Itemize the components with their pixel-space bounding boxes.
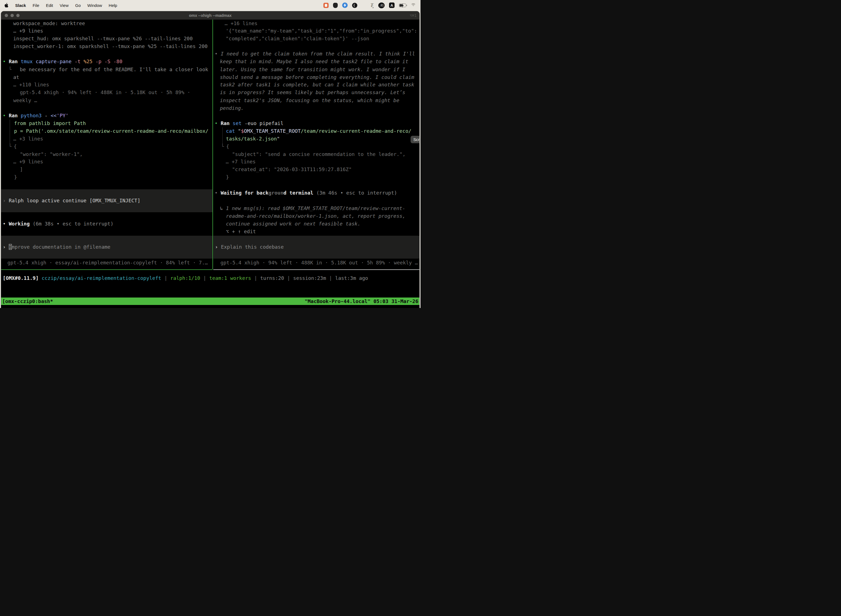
tmux-host-clock: "MacBook-Pro-44.local" 05:03 31-Mar-26 xyxy=(305,298,418,305)
thinking-line: • I need to get the claim token from the… xyxy=(215,50,415,58)
terminal-line: } xyxy=(226,173,229,181)
omx-ralph: ralph:1/10 xyxy=(170,275,200,281)
battery-icon[interactable] xyxy=(399,4,406,7)
thinking-line: pending. xyxy=(220,104,244,112)
screenshot-toast[interactable]: Scre xyxy=(410,136,419,143)
left-pane-bottom-border xyxy=(1,269,212,270)
omx-team: team:1 workers xyxy=(209,275,251,281)
edit-hint: ⌥ + ↑ edit xyxy=(226,228,256,235)
cat-command-line: tasks/task-2.json" xyxy=(226,135,280,143)
zoom-window-button[interactable] xyxy=(16,14,20,17)
terminal-line: gpt-5.4 xhigh · 94% left · 488K in · 5.1… xyxy=(20,89,190,96)
arrow-icon: ↳ xyxy=(220,205,223,211)
omx-turns: turns:20 xyxy=(260,275,284,281)
menu-bar: Slack File Edit View Go Window Help ξ ..… xyxy=(0,0,420,10)
right-model-statusline: gpt-5.4 xhigh · 94% left · 488K in · 5.1… xyxy=(220,259,418,267)
terminal-line: from pathlib import Path xyxy=(14,119,86,127)
window-shortcut-hint: ⌥⌘1 xyxy=(410,13,417,18)
thinking-line: keep that in mind. Maybe I also need the… xyxy=(220,58,408,65)
thinking-line: later. Using the same for transition mig… xyxy=(220,66,405,73)
terminal-line: └{ xyxy=(9,143,17,150)
ran-tmux-command: • Ran tmux capture-pane -t %25 -p -S -80 xyxy=(3,58,123,65)
left-prompt-text[interactable]: › Improve documentation in @filename xyxy=(3,243,110,251)
chevron-icon: › xyxy=(3,198,6,203)
right-prompt-text[interactable]: › Explain this codebase xyxy=(215,243,284,251)
count-badge-icon[interactable]: ..61 xyxy=(378,3,385,8)
menu-item-help[interactable]: Help xyxy=(109,3,117,8)
terminal-line: '{"team_name":"my-team","task_id":"1","f… xyxy=(226,27,417,35)
terminal-line: workspace_mode: worktree xyxy=(13,20,85,27)
menu-item-go[interactable]: Go xyxy=(75,3,81,8)
window-title: omx --xhigh --madmax xyxy=(189,13,232,18)
left-model-statusline: gpt-5.4 xhigh · essay/ai-reimplementatio… xyxy=(7,259,208,267)
run-bullet-icon: • xyxy=(3,59,6,64)
ralph-loop-status: › Ralph loop active continue [OMX_TMUX_I… xyxy=(3,197,141,204)
traffic-lights xyxy=(5,14,20,17)
app-grid-icon[interactable] xyxy=(362,3,366,8)
menu-item-file[interactable]: File xyxy=(32,3,39,8)
bolt-speed-icon[interactable] xyxy=(342,3,348,8)
menu-item-window[interactable]: Window xyxy=(88,3,102,8)
prompt-chevron-icon: › xyxy=(3,244,6,250)
cat-command-line: cat "$OMX_TEAM_STATE_ROOT/team/review-cu… xyxy=(226,127,412,135)
minimize-window-button[interactable] xyxy=(10,14,14,17)
window-titlebar[interactable]: omx --xhigh --madmax ⌥⌘1 xyxy=(1,11,419,20)
bullet-icon: • xyxy=(215,190,218,196)
terminal-line: … +16 lines xyxy=(224,20,258,27)
terminal-line: … +9 lines xyxy=(13,27,43,35)
elbow-icon: └ xyxy=(221,144,224,149)
apple-icon[interactable] xyxy=(4,3,9,8)
terminal-line: at xyxy=(13,73,19,81)
shield-keypad-icon[interactable] xyxy=(333,3,338,8)
menu-item-view[interactable]: View xyxy=(60,3,69,8)
close-window-button[interactable] xyxy=(5,14,8,17)
terminal-line: inspect_worker-1: omx sparkshell --tmux-… xyxy=(13,43,208,50)
thinking-line: should send a message before completing … xyxy=(220,73,414,81)
omx-status-line: [OMX#0.11.9] cczip/essay/ai-reimplementa… xyxy=(3,274,368,282)
screen: Slack File Edit View Go Window Help ξ ..… xyxy=(0,0,420,308)
omx-session: session:23m xyxy=(293,275,326,281)
terminal-line: └{ xyxy=(221,143,229,150)
terminal-line: "completed","claim_token":"claim-token"}… xyxy=(226,35,369,43)
terminal-line: } xyxy=(14,173,17,181)
thinking-line: is in progress? It seems likely but perh… xyxy=(220,89,405,96)
tmux-window-name[interactable]: [omx-cczip0:bash* xyxy=(2,298,53,305)
terminal-line: weekly … xyxy=(13,97,37,104)
terminal-line: inspect_hud: omx sparkshell --tmux-pane … xyxy=(13,35,193,43)
bullet-icon: • xyxy=(215,51,218,57)
terminal-content: workspace_mode: worktree … +9 lines insp… xyxy=(1,20,419,308)
omx-version: [OMX#0.11.9] xyxy=(3,275,39,281)
tmux-status-bar: [omx-cczip0:bash* "MacBook-Pro-44.local"… xyxy=(1,298,419,305)
terminal-line: "worker": "worker-1", xyxy=(20,150,83,158)
prompt-chevron-icon: › xyxy=(215,244,218,250)
waiting-status: • Waiting for background terminal (3m 46… xyxy=(215,189,397,197)
mailbox-note-line: continue assigned work or next feasible … xyxy=(226,220,360,228)
menu-app-name[interactable]: Slack xyxy=(15,3,26,8)
terminal-line: … +9 lines xyxy=(13,158,43,166)
squiggle-icon[interactable]: ξ xyxy=(371,2,374,8)
left-output-connector xyxy=(10,119,10,144)
terminal-window: omx --xhigh --madmax ⌥⌘1 workspace_mode:… xyxy=(1,11,419,308)
wifi-icon[interactable] xyxy=(410,3,416,7)
terminal-line: p = Path('.omx/state/team/review-current… xyxy=(14,127,208,135)
terminal-line: "created_at": "2026-03-31T11:59:27.816Z" xyxy=(232,166,352,173)
crescent-icon[interactable] xyxy=(352,3,357,8)
chat-app-icon[interactable] xyxy=(323,3,329,8)
pane-divider[interactable] xyxy=(212,20,213,269)
menu-item-edit[interactable]: Edit xyxy=(46,3,53,8)
input-source-icon[interactable]: A xyxy=(389,3,394,8)
terminal-line: … +110 lines xyxy=(13,81,49,89)
text-cursor: I xyxy=(9,244,12,250)
terminal-line: └be necessary for the end of the README.… xyxy=(9,66,208,73)
ran-python-command: • Ran python3 - <<'PY' xyxy=(3,112,69,119)
elbow-icon: └ xyxy=(9,144,12,149)
mailbox-note-line: readme-and-reco/mailbox/worker-1.json, a… xyxy=(226,212,405,220)
elbow-icon: └ xyxy=(9,66,12,72)
omx-project: cczip/essay/ai-reimplementation-copyleft xyxy=(42,275,161,281)
terminal-line: … +3 lines xyxy=(13,135,43,143)
thinking-line: inspect task2's JSON, focusing on the st… xyxy=(220,97,399,104)
omx-last: last:3m ago xyxy=(335,275,368,281)
mailbox-note-line: ↳ 1 new msg(s): read $OMX_TEAM_STATE_ROO… xyxy=(220,204,405,212)
run-bullet-icon: • xyxy=(3,113,6,119)
terminal-line: "subject": "send a concise recommendatio… xyxy=(232,150,406,158)
